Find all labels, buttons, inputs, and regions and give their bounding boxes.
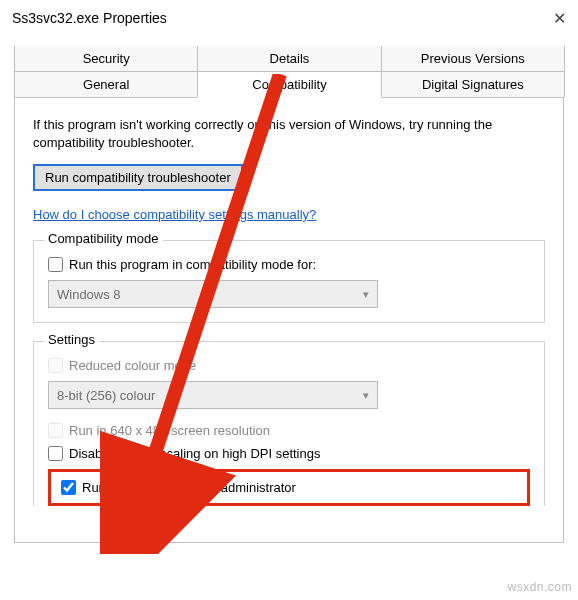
dpi-row[interactable]: Disable display scaling on high DPI sett… [48, 446, 530, 461]
tab-general[interactable]: General [14, 71, 198, 97]
watermark: wsxdn.com [507, 580, 572, 594]
tab-details[interactable]: Details [197, 46, 381, 71]
compat-mode-label: Run this program in compatibility mode f… [69, 257, 316, 272]
compat-mode-legend: Compatibility mode [44, 231, 163, 246]
tab-content: If this program isn't working correctly … [14, 97, 564, 543]
compat-mode-combo[interactable]: Windows 8 ▾ [48, 280, 378, 308]
dpi-label: Disable display scaling on high DPI sett… [69, 446, 320, 461]
reduced-colour-row: Reduced colour mode [48, 358, 530, 373]
tab-security[interactable]: Security [14, 46, 198, 71]
dpi-checkbox[interactable] [48, 446, 63, 461]
resolution-checkbox [48, 423, 63, 438]
run-troubleshooter-button[interactable]: Run compatibility troubleshooter [33, 164, 243, 191]
intro-text: If this program isn't working correctly … [33, 116, 545, 152]
admin-checkbox[interactable] [61, 480, 76, 495]
settings-legend: Settings [44, 332, 99, 347]
compat-mode-checkbox[interactable] [48, 257, 63, 272]
admin-highlight: Run this program as an administrator [48, 469, 530, 506]
tab-previous-versions[interactable]: Previous Versions [381, 46, 565, 71]
resolution-row: Run in 640 x 480 screen resolution [48, 423, 530, 438]
compat-mode-combo-value: Windows 8 [57, 287, 121, 302]
settings-group: Settings Reduced colour mode 8-bit (256)… [33, 341, 545, 506]
tab-compatibility[interactable]: Compatibility [197, 71, 381, 98]
compat-mode-group: Compatibility mode Run this program in c… [33, 240, 545, 323]
reduced-colour-checkbox [48, 358, 63, 373]
help-link[interactable]: How do I choose compatibility settings m… [33, 207, 545, 222]
resolution-label: Run in 640 x 480 screen resolution [69, 423, 270, 438]
admin-label: Run this program as an administrator [82, 480, 296, 495]
chevron-down-icon: ▾ [363, 288, 369, 301]
reduced-colour-label: Reduced colour mode [69, 358, 196, 373]
close-button[interactable]: ✕ [526, 9, 566, 28]
admin-row[interactable]: Run this program as an administrator [61, 480, 517, 495]
colour-combo: 8-bit (256) colour ▾ [48, 381, 378, 409]
chevron-down-icon: ▾ [363, 389, 369, 402]
tab-digital-signatures[interactable]: Digital Signatures [381, 71, 565, 97]
colour-combo-value: 8-bit (256) colour [57, 388, 155, 403]
compat-mode-row[interactable]: Run this program in compatibility mode f… [48, 257, 530, 272]
window-title: Ss3svc32.exe Properties [12, 10, 167, 26]
